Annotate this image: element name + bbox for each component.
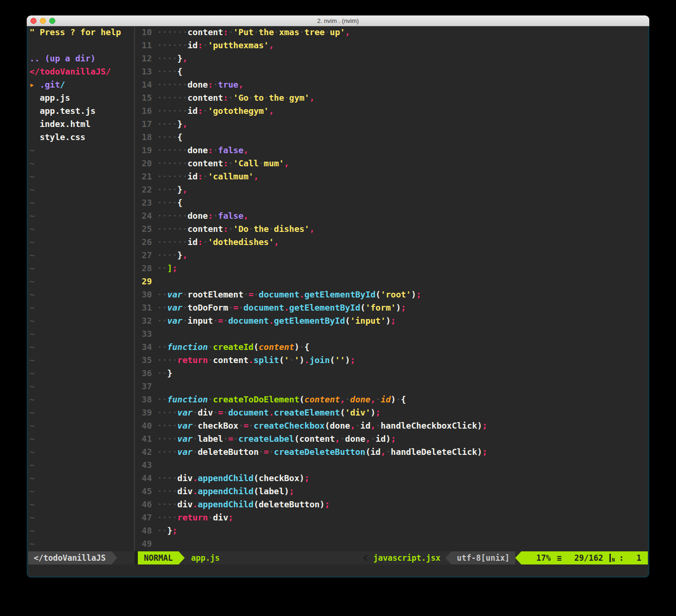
code-line[interactable]: 33 bbox=[136, 329, 648, 342]
empty-line-tilde: ~ bbox=[30, 276, 133, 289]
code-token: content bbox=[188, 27, 223, 37]
code-token: ( bbox=[254, 486, 259, 496]
mode-indicator: NORMAL bbox=[138, 551, 179, 564]
code-line[interactable]: 28··]; bbox=[136, 263, 648, 276]
code-token: , bbox=[182, 119, 188, 129]
code-line[interactable]: 40····var·checkBox·=·createCheckbox(done… bbox=[136, 421, 648, 434]
file-explorer-sidebar[interactable]: " Press ? for help.. (up a dir)</todoVan… bbox=[28, 26, 133, 551]
code-token: ; bbox=[482, 421, 488, 430]
code-line[interactable]: 27····}, bbox=[136, 250, 648, 263]
code-token: 'gotothegym' bbox=[208, 106, 269, 116]
code-line[interactable]: 45····div.appendChild(label); bbox=[136, 486, 648, 499]
code-token: var bbox=[167, 303, 183, 312]
code-line[interactable]: 18····{ bbox=[136, 132, 648, 145]
window-split-divider[interactable] bbox=[133, 26, 136, 551]
code-editor[interactable]: 10······content:·'Put·the·xmas·tree·up',… bbox=[136, 26, 648, 551]
code-line[interactable]: 41····var·label·=·createLabel(content,·d… bbox=[136, 434, 648, 447]
empty-line-tilde: ~ bbox=[30, 421, 133, 434]
code-line[interactable]: 35····return·content.split('·').join('')… bbox=[136, 355, 648, 368]
code-line[interactable]: 29 bbox=[136, 276, 648, 289]
zoom-button[interactable] bbox=[49, 18, 55, 24]
line-number: 26 bbox=[136, 237, 152, 247]
code-token: ; bbox=[173, 526, 178, 535]
code-line[interactable]: 48··}; bbox=[136, 526, 648, 539]
code-line[interactable]: 24······done:·false, bbox=[136, 211, 648, 224]
code-token: id bbox=[376, 434, 386, 444]
powerline-thin-separator-icon bbox=[363, 555, 370, 561]
sidebar-item-dir[interactable]: ▸ .git/ bbox=[30, 80, 133, 93]
code-token: ···· bbox=[157, 53, 177, 63]
code-line[interactable]: 43 bbox=[136, 460, 648, 473]
code-line[interactable]: 34··function·createId(content)·{ bbox=[136, 342, 648, 355]
code-line[interactable]: 12····}, bbox=[136, 53, 648, 67]
code-token: , bbox=[309, 224, 315, 234]
code-token: ( bbox=[254, 499, 259, 509]
code-token: : bbox=[208, 80, 213, 89]
minimize-button[interactable] bbox=[40, 18, 46, 24]
code-line[interactable]: 20······content:·'Call·mum', bbox=[136, 158, 648, 171]
code-line[interactable]: 23····{ bbox=[136, 198, 648, 211]
code-line[interactable]: 38··function·createToDoElement(content,·… bbox=[136, 394, 648, 408]
code-token: ······ bbox=[157, 224, 188, 234]
empty-line-tilde: ~ bbox=[30, 329, 133, 342]
code-line[interactable]: 30··var·rootElement·=·document.getElemen… bbox=[136, 289, 648, 303]
code-line[interactable]: 16······id:·'gotothegym', bbox=[136, 106, 648, 119]
code-token: ; bbox=[391, 434, 396, 444]
code-line[interactable]: 39····var·div·=·document.createElement('… bbox=[136, 408, 648, 421]
code-token: · bbox=[243, 289, 248, 299]
code-line[interactable]: 42····var·deleteButton·=·createDeleteBut… bbox=[136, 447, 648, 460]
code-token: , bbox=[243, 211, 248, 221]
statusline-filetype: javascript.jsx bbox=[373, 551, 440, 564]
code-line[interactable]: 26······id:·'dothedishes', bbox=[136, 237, 648, 250]
code-line[interactable]: 31··var·toDoForm·=·document.getElementBy… bbox=[136, 303, 648, 316]
code-line[interactable]: 21······id:·'callmum', bbox=[136, 171, 648, 185]
close-button[interactable] bbox=[30, 18, 37, 24]
code-token: ; bbox=[304, 473, 309, 483]
sidebar-item-file[interactable]: index.html bbox=[30, 119, 133, 132]
code-token: getElementById bbox=[289, 303, 361, 312]
code-line[interactable]: 36··} bbox=[136, 368, 648, 381]
code-token: ······ bbox=[157, 40, 188, 50]
code-token: ) bbox=[345, 355, 350, 365]
code-token: dishes' bbox=[274, 224, 309, 234]
window-titlebar[interactable]: 2. nvim . (nvim) bbox=[27, 15, 649, 26]
sidebar-item-file[interactable]: style.css bbox=[30, 132, 133, 145]
code-token: , bbox=[274, 237, 279, 247]
code-token: ·· bbox=[157, 316, 167, 326]
code-line[interactable]: 19······done:·false, bbox=[136, 145, 648, 158]
code-token: = bbox=[218, 316, 223, 326]
code-line[interactable]: 32··var·input·=·document.getElementById(… bbox=[136, 316, 648, 329]
code-token: ···· bbox=[157, 355, 177, 365]
code-token: · bbox=[264, 93, 269, 103]
code-line[interactable]: 10······content:·'Put·the·xmas·tree·up', bbox=[136, 27, 648, 40]
code-line[interactable]: 49 bbox=[136, 539, 648, 551]
code-line[interactable]: 47····return·div; bbox=[136, 512, 648, 526]
code-token: : bbox=[223, 224, 228, 234]
code-token: · bbox=[376, 421, 381, 430]
code-token: ···· bbox=[157, 185, 177, 194]
code-token: 'input' bbox=[350, 316, 386, 326]
code-line[interactable]: 25······content:·'Do·the·dishes', bbox=[136, 224, 648, 237]
code-token: . bbox=[269, 316, 274, 326]
code-line[interactable]: 17····}, bbox=[136, 119, 648, 132]
sidebar-item-file[interactable]: app.js bbox=[30, 93, 133, 106]
code-token: ) bbox=[320, 499, 325, 509]
code-token: join bbox=[309, 355, 330, 365]
sidebar-line[interactable]: </todoVanillaJS/ bbox=[30, 67, 133, 80]
code-line[interactable]: 44····div.appendChild(checkBox); bbox=[136, 473, 648, 486]
code-line[interactable]: 13····{ bbox=[136, 67, 648, 80]
code-line[interactable]: 37 bbox=[136, 381, 648, 394]
code-line[interactable]: 14······done:·true, bbox=[136, 80, 648, 93]
code-line[interactable]: 11······id:·'putthexmas', bbox=[136, 40, 648, 53]
sidebar-line[interactable]: .. (up a dir) bbox=[30, 53, 133, 67]
command-line[interactable] bbox=[28, 564, 648, 576]
code-line[interactable]: 22····}, bbox=[136, 185, 648, 198]
line-number: 35 bbox=[136, 355, 152, 365]
line-number: 39 bbox=[136, 408, 152, 417]
tilde-marker: ~ bbox=[30, 408, 35, 417]
empty-line-tilde: ~ bbox=[30, 434, 133, 447]
code-line[interactable]: 15······content:·'Go·to·the·gym', bbox=[136, 93, 648, 106]
sidebar-item-file[interactable]: app.test.js bbox=[30, 106, 133, 119]
code-line[interactable]: 46····div.appendChild(deleteButton); bbox=[136, 499, 648, 512]
code-token: ······ bbox=[157, 158, 188, 168]
